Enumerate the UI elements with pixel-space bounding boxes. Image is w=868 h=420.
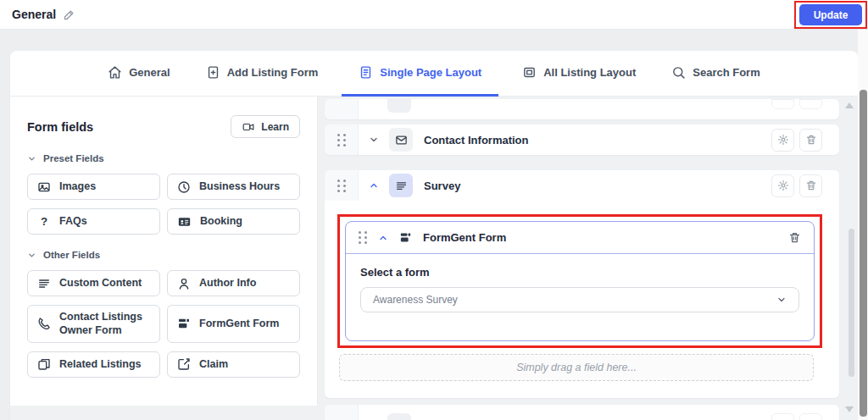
formgent-form-card: FormGent Form Select a form Awareness Su…: [345, 221, 815, 341]
field-row-partial-top: [325, 99, 839, 119]
field-label: Related Listings: [59, 357, 142, 371]
tab-general[interactable]: General: [96, 51, 181, 97]
settings-button[interactable]: [771, 174, 794, 197]
scroll-down-arrow-icon[interactable]: [845, 406, 854, 412]
field-row-partial-bottom: [325, 405, 839, 420]
drag-handle-icon: [337, 134, 346, 146]
drag-handle[interactable]: [325, 170, 359, 201]
tab-add-listing-form[interactable]: Add Listing Form: [194, 51, 331, 97]
tab-label: Single Page Layout: [380, 66, 481, 79]
tab-all-listing-layout[interactable]: All Listing Layout: [510, 51, 648, 97]
form-select[interactable]: Awareness Survey: [360, 287, 799, 312]
drag-handle[interactable]: [325, 124, 359, 155]
field-button-formgent-form[interactable]: FormGent Form: [167, 305, 300, 343]
svg-text:?: ?: [41, 215, 47, 228]
question-icon: ?: [37, 215, 51, 229]
field-button-booking[interactable]: Booking: [167, 208, 300, 235]
layout-builder-canvas: Contact Information: [318, 97, 858, 420]
tab-bar: General Add Listing Form Single Page Lay…: [10, 51, 858, 97]
field-button-faqs[interactable]: ? FAQs: [27, 208, 160, 235]
page-scrollbar-track[interactable]: [858, 30, 868, 420]
group-other-fields[interactable]: Other Fields: [27, 250, 300, 260]
update-button[interactable]: Update: [799, 4, 863, 25]
delete-button[interactable]: [799, 413, 822, 420]
delete-button[interactable]: [799, 174, 822, 197]
tab-single-page-layout[interactable]: Single Page Layout: [342, 51, 498, 97]
field-row-label: Contact Information: [424, 134, 529, 146]
settings-button[interactable]: [771, 413, 794, 420]
form-select-value: Awareness Survey: [373, 294, 458, 306]
field-label: Author Info: [199, 276, 256, 290]
scroll-up-arrow-icon[interactable]: [845, 102, 854, 108]
inner-scrollbar-thumb[interactable]: [849, 229, 854, 377]
form-fields-sidebar: Form fields Learn Preset Fields: [10, 97, 318, 406]
text-lines-icon: [37, 277, 51, 290]
field-button-related-listings[interactable]: Related Listings: [27, 351, 160, 378]
envelope-icon: [389, 128, 413, 152]
field-label: Booking: [200, 214, 242, 228]
settings-card: General Add Listing Form Single Page Lay…: [10, 51, 858, 420]
select-form-label: Select a form: [360, 266, 799, 279]
tab-search-form[interactable]: Search Form: [659, 51, 771, 97]
field-label: FAQs: [59, 214, 87, 228]
field-label: FormGent Form: [199, 317, 279, 330]
field-label: Custom Content: [59, 276, 142, 290]
chevron-down-icon: [27, 154, 36, 163]
copy-icon: [37, 357, 51, 371]
layout-icon: [522, 65, 537, 80]
field-button-images[interactable]: Images: [27, 174, 160, 200]
page-scrollbar-thumb[interactable]: [860, 90, 867, 417]
field-button-claim[interactable]: Claim: [167, 351, 300, 378]
field-row-survey: Survey: [325, 170, 839, 201]
delete-button[interactable]: [799, 99, 822, 109]
chevron-down-icon[interactable]: [359, 135, 389, 145]
chevron-down-icon: [27, 251, 36, 260]
field-label: Contact Listings Owner Form: [59, 310, 150, 338]
image-icon: [37, 180, 51, 194]
formgent-icon: [399, 231, 412, 244]
drag-handle[interactable]: [325, 405, 359, 420]
formgent-icon: [177, 317, 191, 330]
field-label: Claim: [199, 357, 228, 371]
field-button-business-hours[interactable]: Business Hours: [167, 174, 300, 200]
drag-handle-icon[interactable]: [359, 231, 367, 244]
field-icon: [387, 413, 411, 420]
edit-icon: [177, 357, 191, 371]
id-card-icon: [177, 215, 192, 229]
chevron-up-icon[interactable]: [378, 233, 388, 243]
group-preset-fields[interactable]: Preset Fields: [27, 153, 300, 163]
drag-handle-icon: [337, 180, 346, 192]
chevron-down-icon: [776, 295, 787, 305]
phone-icon: [37, 317, 51, 330]
field-button-custom-content[interactable]: Custom Content: [27, 270, 160, 296]
field-label: Business Hours: [199, 180, 280, 193]
annotation-box-update: Update: [794, 1, 867, 29]
clock-icon: [177, 180, 191, 194]
drop-zone-text: Simply drag a field here...: [516, 362, 637, 373]
person-icon: [177, 277, 191, 290]
drag-handle[interactable]: [325, 99, 359, 119]
settings-button[interactable]: [771, 129, 794, 152]
formgent-form-header: FormGent Form: [346, 222, 814, 254]
group-label: Other Fields: [43, 250, 100, 260]
search-icon: [671, 65, 686, 80]
formgent-form-title: FormGent Form: [423, 231, 506, 244]
field-button-author-info[interactable]: Author Info: [167, 270, 300, 296]
chevron-up-icon[interactable]: [359, 180, 389, 191]
delete-button[interactable]: [799, 129, 822, 152]
annotation-box-formgent: FormGent Form Select a form Awareness Su…: [337, 214, 822, 348]
settings-button[interactable]: [771, 99, 794, 109]
field-button-contact-listings-owner-form[interactable]: Contact Listings Owner Form: [27, 305, 160, 343]
learn-button[interactable]: Learn: [231, 115, 300, 138]
delete-button[interactable]: [788, 231, 801, 244]
field-group-survey: Survey: [325, 170, 839, 398]
learn-label: Learn: [261, 121, 289, 133]
sidebar-title: Form fields: [27, 120, 93, 134]
card-body: Form fields Learn Preset Fields: [10, 97, 858, 420]
file-lines-icon: [359, 65, 373, 80]
home-icon: [108, 65, 122, 80]
text-lines-icon: [389, 174, 413, 197]
field-row-contact-information: Contact Information: [325, 124, 839, 155]
drop-zone[interactable]: Simply drag a field here...: [339, 354, 814, 381]
pencil-icon[interactable]: [63, 8, 75, 21]
